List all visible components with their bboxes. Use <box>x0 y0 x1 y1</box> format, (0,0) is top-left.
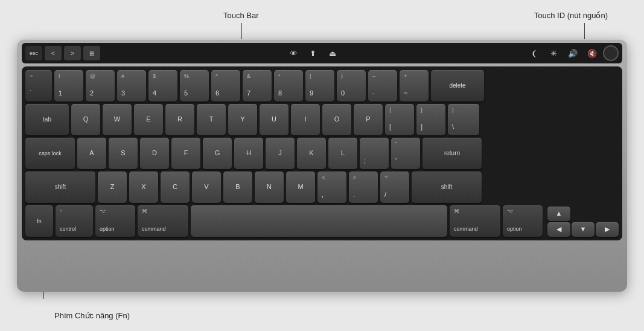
zxcv-row: shift Z X C V B N M <, >. ?/ shift <box>25 172 619 203</box>
key-4[interactable]: $4 <box>148 70 177 101</box>
key-x[interactable]: X <box>129 172 158 203</box>
key-arrow-up[interactable]: ▲ <box>547 207 570 221</box>
fn-label: Phím Chức năng (Fn) <box>54 311 130 320</box>
key-delete[interactable]: delete <box>431 70 484 101</box>
key-q[interactable]: Q <box>71 104 100 135</box>
key-y[interactable]: Y <box>228 104 257 135</box>
key-9[interactable]: (9 <box>305 70 334 101</box>
key-i[interactable]: I <box>291 104 320 135</box>
key-option-right[interactable]: ⌥ option <box>503 205 543 237</box>
tb-esc-key[interactable]: esc <box>25 46 42 60</box>
key-o[interactable]: O <box>322 104 351 135</box>
key-h[interactable]: H <box>234 138 263 169</box>
key-0[interactable]: )0 <box>337 70 366 101</box>
tb-eye-icon[interactable]: 👁 <box>285 46 302 60</box>
key-equals[interactable]: += <box>400 70 429 101</box>
key-j[interactable]: J <box>266 138 295 169</box>
key-g[interactable]: G <box>203 138 232 169</box>
key-t[interactable]: T <box>197 104 226 135</box>
tb-brightness-left-icon[interactable]: ❨ <box>526 46 543 60</box>
key-l[interactable]: L <box>328 138 357 169</box>
key-fn[interactable]: fn <box>25 205 53 237</box>
key-bracket-right[interactable]: }] <box>416 104 445 135</box>
key-8[interactable]: *8 <box>274 70 303 101</box>
tb-forward-key[interactable]: > <box>64 46 81 60</box>
key-space[interactable] <box>191 205 447 237</box>
key-tilde[interactable]: ~` <box>25 70 52 101</box>
key-return[interactable]: return <box>422 138 482 169</box>
tb-back-key[interactable]: < <box>45 46 62 60</box>
key-option-left[interactable]: ⌥ option <box>95 205 135 237</box>
touchid-label: Touch ID (nút nguồn) <box>534 11 608 20</box>
key-z[interactable]: Z <box>98 172 127 203</box>
key-shift-left[interactable]: shift <box>25 172 95 203</box>
bottom-row: fn ^ control ⌥ option ⌘ command ⌘ comman… <box>25 205 619 237</box>
key-comma[interactable]: <, <box>317 172 346 203</box>
tb-touchid-button[interactable] <box>603 45 619 61</box>
key-command-right[interactable]: ⌘ command <box>450 205 500 237</box>
key-3[interactable]: #3 <box>117 70 146 101</box>
key-k[interactable]: K <box>297 138 326 169</box>
key-shift-right[interactable]: shift <box>412 172 482 203</box>
touchbar-label: Touch Bar <box>223 11 259 20</box>
keyboard: esc < > ⊞ 👁 ⬆ ⏏ ❨ ✳ 🔊 🔇 ~` !1 @2 #3 <box>17 39 627 292</box>
key-w[interactable]: W <box>103 104 132 135</box>
key-backslash[interactable]: |\ <box>448 104 479 135</box>
key-arrow-right[interactable]: ▶ <box>596 222 619 237</box>
tb-brightness-icon[interactable]: ✳ <box>545 46 562 60</box>
key-e[interactable]: E <box>134 104 163 135</box>
key-semicolon[interactable]: :; <box>360 138 389 169</box>
key-arrow-down[interactable]: ▼ <box>572 222 595 237</box>
key-7[interactable]: &7 <box>243 70 272 101</box>
key-command-left[interactable]: ⌘ command <box>138 205 188 237</box>
key-tab[interactable]: tab <box>25 104 69 135</box>
key-s[interactable]: S <box>109 138 138 169</box>
key-6[interactable]: ^6 <box>211 70 240 101</box>
tb-share-icon[interactable]: ⬆ <box>305 46 322 60</box>
keyboard-main: ~` !1 @2 #3 $4 %5 ^6 &7 <box>22 66 622 240</box>
key-f[interactable]: F <box>171 138 200 169</box>
key-c[interactable]: C <box>161 172 190 203</box>
key-r[interactable]: R <box>165 104 194 135</box>
tb-mute-icon[interactable]: 🔇 <box>584 46 601 60</box>
key-quote[interactable]: "' <box>391 138 420 169</box>
key-slash[interactable]: ?/ <box>380 172 409 203</box>
key-p[interactable]: P <box>354 104 383 135</box>
key-2[interactable]: @2 <box>86 70 115 101</box>
tb-volume-icon[interactable]: 🔊 <box>564 46 581 60</box>
key-arrow-left[interactable]: ◀ <box>547 222 570 237</box>
key-period[interactable]: >. <box>349 172 378 203</box>
key-d[interactable]: D <box>140 138 169 169</box>
key-caps-lock[interactable]: caps lock <box>25 138 75 169</box>
number-row: ~` !1 @2 #3 $4 %5 ^6 &7 <box>25 70 619 101</box>
key-control-left[interactable]: ^ control <box>56 205 93 237</box>
key-1[interactable]: !1 <box>54 70 83 101</box>
key-5[interactable]: %5 <box>180 70 209 101</box>
key-a[interactable]: A <box>77 138 106 169</box>
key-minus[interactable]: –- <box>368 70 397 101</box>
tb-media-icon[interactable]: ⏏ <box>324 46 341 60</box>
touch-bar: esc < > ⊞ 👁 ⬆ ⏏ ❨ ✳ 🔊 🔇 <box>22 43 622 63</box>
key-b[interactable]: B <box>223 172 252 203</box>
qwerty-row: tab Q W E R T Y U I O P {[ }] |\ <box>25 104 619 135</box>
tb-appwindow-key[interactable]: ⊞ <box>83 46 100 60</box>
key-m[interactable]: M <box>286 172 315 203</box>
key-bracket-left[interactable]: {[ <box>385 104 414 135</box>
key-v[interactable]: V <box>192 172 221 203</box>
asdf-row: caps lock A S D F G H J K L :; "' return <box>25 138 619 169</box>
key-u[interactable]: U <box>260 104 289 135</box>
key-n[interactable]: N <box>255 172 284 203</box>
